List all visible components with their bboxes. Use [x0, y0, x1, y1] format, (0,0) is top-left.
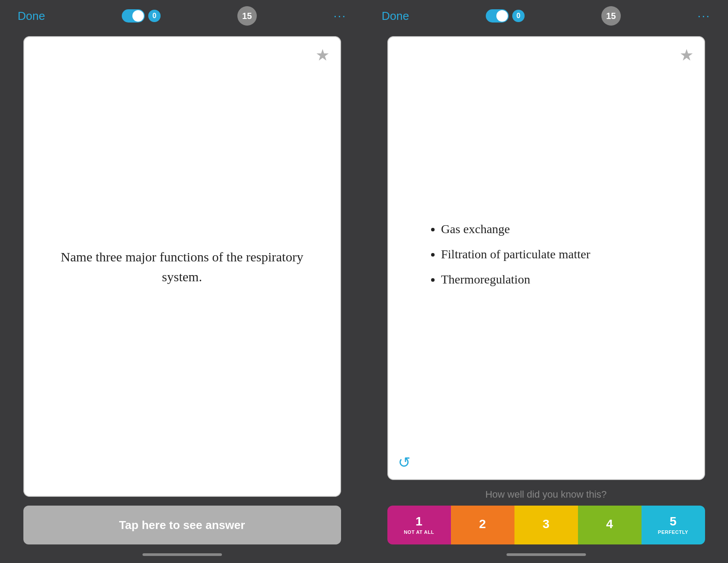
right-home-indicator — [507, 553, 586, 556]
right-toggle-count: 0 — [512, 10, 525, 22]
right-card-count: 15 — [601, 6, 621, 26]
left-toggle-group: 0 — [122, 9, 161, 23]
rating-5-label: PERFECTLY — [658, 529, 688, 535]
right-phone-panel: Done 0 15 ··· ★ Gas exchange Filtration … — [364, 0, 728, 563]
left-card-count: 15 — [237, 6, 257, 26]
right-card-container: ★ Gas exchange Filtration of particulate… — [387, 36, 705, 480]
rating-button-4[interactable]: 4 — [578, 506, 642, 544]
rating-buttons: 1 NOT AT ALL 2 3 4 5 PERFECTLY — [387, 506, 705, 544]
rating-5-number: 5 — [670, 515, 677, 528]
right-top-bar: Done 0 15 ··· — [364, 0, 728, 32]
right-toggle-switch[interactable] — [486, 9, 509, 23]
left-card[interactable]: ★ Name three major functions of the resp… — [23, 36, 341, 497]
left-toggle-switch[interactable] — [122, 9, 145, 23]
left-top-bar: Done 0 15 ··· — [0, 0, 364, 32]
rating-question: How well did you know this? — [387, 489, 705, 500]
left-more-dots[interactable]: ··· — [334, 9, 346, 23]
right-done-button[interactable]: Done — [382, 9, 409, 23]
rating-button-5[interactable]: 5 PERFECTLY — [642, 506, 705, 544]
answer-item-3: Thermoregulation — [441, 271, 664, 288]
rating-section: How well did you know this? 1 NOT AT ALL… — [387, 489, 705, 544]
right-card[interactable]: ★ Gas exchange Filtration of particulate… — [387, 36, 705, 480]
rating-button-3[interactable]: 3 — [514, 506, 578, 544]
left-phone-panel: Done 0 15 ··· ★ Name three major functio… — [0, 0, 364, 563]
left-toggle-count: 0 — [148, 10, 161, 22]
rating-button-2[interactable]: 2 — [451, 506, 514, 544]
answer-list: Gas exchange Filtration of particulate m… — [428, 220, 664, 296]
left-card-question: Name three major functions of the respir… — [42, 247, 323, 287]
left-toggle-knob — [132, 10, 144, 22]
left-home-indicator — [143, 553, 222, 556]
left-done-button[interactable]: Done — [18, 9, 45, 23]
rating-button-1[interactable]: 1 NOT AT ALL — [387, 506, 451, 544]
right-card-answer: Gas exchange Filtration of particulate m… — [406, 55, 687, 461]
rating-4-number: 4 — [606, 518, 613, 530]
tap-here-button[interactable]: Tap here to see answer — [23, 506, 341, 544]
right-toggle-group: 0 — [486, 9, 525, 23]
left-card-container: ★ Name three major functions of the resp… — [23, 36, 341, 497]
left-star-icon[interactable]: ★ — [315, 46, 330, 64]
right-toggle-knob — [496, 10, 508, 22]
rating-2-number: 2 — [479, 518, 486, 530]
right-more-dots[interactable]: ··· — [698, 9, 710, 23]
tap-button-label: Tap here to see answer — [119, 518, 245, 532]
rating-3-number: 3 — [543, 518, 550, 530]
right-star-icon[interactable]: ★ — [679, 46, 694, 64]
rating-1-number: 1 — [416, 515, 423, 528]
answer-item-2: Filtration of particulate matter — [441, 246, 664, 263]
rating-1-label: NOT AT ALL — [404, 529, 434, 535]
answer-item-1: Gas exchange — [441, 220, 664, 238]
undo-icon[interactable]: ↺ — [398, 453, 410, 471]
